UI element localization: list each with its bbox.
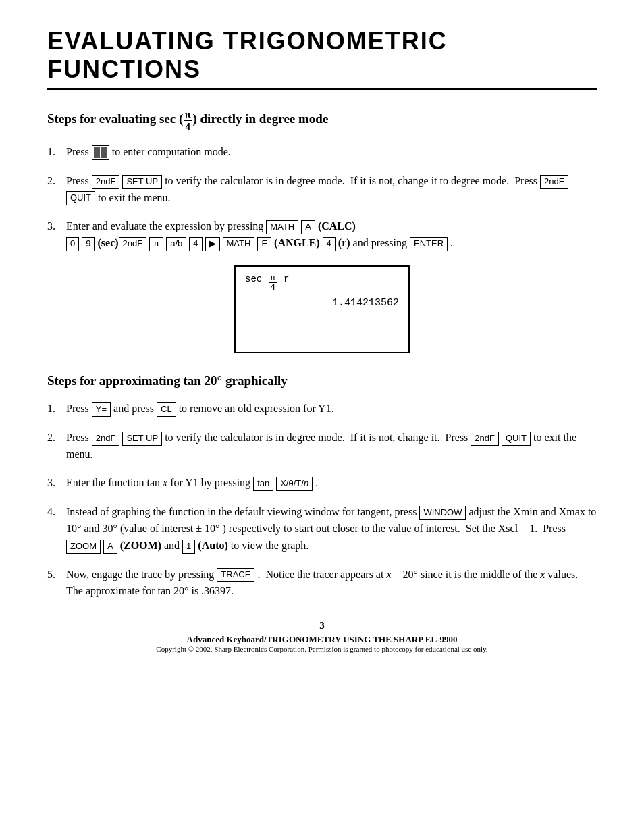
step-2-3: 3. Enter the function tan x for Y1 by pr… (47, 475, 597, 492)
key-trace: TRACE (217, 568, 254, 582)
key-pi: π (149, 237, 163, 251)
key-4-1: 4 (189, 237, 202, 251)
key-arrow: ▶ (205, 237, 220, 251)
key-2ndf-4: 2ndF (92, 432, 120, 446)
page-number: 3 (47, 620, 597, 631)
key-2ndf-1: 2ndF (92, 175, 120, 189)
key-quit-1: QUIT (66, 191, 95, 205)
key-ab: a/b (166, 237, 186, 251)
key-x-theta: X/θ/T/n (276, 477, 313, 491)
section2-heading: Steps for approximating tan 20° graphica… (47, 373, 597, 388)
key-enter-1: ENTER (410, 237, 448, 251)
footer-title: Advanced Keyboard/TRIGONOMETRY USING THE… (47, 634, 597, 645)
footer: 3 Advanced Keyboard/TRIGONOMETRY USING T… (47, 620, 597, 653)
step-2-4: 4. Instead of graphing the function in t… (47, 504, 597, 554)
key-setup-2: SET UP (122, 432, 162, 446)
key-math-1: MATH (266, 220, 298, 234)
section1-heading: Steps for evaluating sec (π4) directly i… (47, 109, 597, 132)
step-1-3: 3. Enter and evaluate the expression by … (47, 218, 597, 252)
section1-steps: 1. Press to enter computation mode. 2. P… (47, 144, 597, 252)
key-4-2: 4 (323, 237, 336, 251)
section2-steps: 1. Press Y= and press CL to remove an ol… (47, 400, 597, 600)
step-2-5: 5. Now, engage the trace by pressing TRA… (47, 567, 597, 600)
key-2ndf-5: 2ndF (471, 432, 499, 446)
step-1-2: 2. Press 2ndF SET UP to verify the calcu… (47, 173, 597, 207)
step-1-1: 1. Press to enter computation mode. (47, 144, 597, 161)
key-zoom: ZOOM (66, 540, 101, 554)
key-2ndf-2: 2ndF (540, 175, 568, 189)
comp-mode-icon (92, 145, 109, 160)
key-setup-1: SET UP (122, 175, 162, 189)
key-a-1: A (301, 220, 315, 234)
footer-copyright: Copyright © 2002, Sharp Electronics Corp… (47, 645, 597, 653)
step-2-1: 1. Press Y= and press CL to remove an ol… (47, 400, 597, 417)
calc-result: 1.414213562 (245, 297, 399, 309)
key-2ndf-3: 2ndF (119, 237, 147, 251)
key-0: 0 (66, 237, 79, 251)
key-quit-2: QUIT (502, 432, 531, 446)
calculator-display: sec π 4 r 1.414213562 (234, 265, 410, 353)
key-window: WINDOW (419, 506, 466, 520)
page-title: Evaluating Trigonometric Functions (47, 27, 597, 90)
key-y-equals: Y= (92, 402, 111, 417)
key-cl: CL (157, 402, 176, 417)
key-e: E (257, 237, 271, 251)
step-2-2: 2. Press 2ndF SET UP to verify the calcu… (47, 429, 597, 463)
key-1: 1 (182, 540, 195, 554)
key-math-2: MATH (223, 237, 255, 251)
key-tan: tan (253, 477, 273, 491)
key-a-zoom: A (103, 540, 117, 554)
key-9: 9 (82, 237, 95, 251)
